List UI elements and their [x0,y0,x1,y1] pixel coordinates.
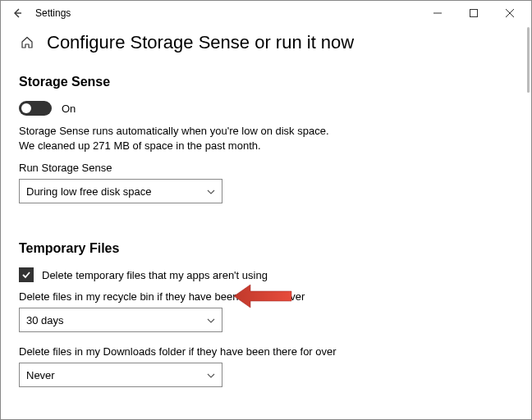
svg-rect-1 [470,10,478,17]
toggle-state-label: On [62,103,76,115]
delete-temp-files-row: Delete temporary files that my apps aren… [19,267,513,282]
storage-sense-heading: Storage Sense [19,75,513,89]
page-header: Configure Storage Sense or run it now [1,25,531,68]
maximize-icon [470,9,478,17]
home-icon [20,35,34,50]
content-area: Storage Sense On Storage Sense runs auto… [1,68,531,419]
minimize-icon [433,9,442,17]
delete-temp-files-checkbox[interactable] [19,267,34,282]
run-storage-sense-label: Run Storage Sense [19,162,513,174]
storage-sense-toggle[interactable] [19,101,52,116]
chevron-down-icon [207,315,215,325]
chevron-down-icon [207,370,215,380]
storage-sense-description: Storage Sense runs automatically when yo… [19,124,331,153]
temporary-files-heading: Temporary Files [19,241,513,256]
storage-sense-toggle-row: On [19,101,513,116]
dropdown-value: Never [26,369,55,381]
dropdown-value: During low free disk space [26,185,151,198]
maximize-button[interactable] [456,1,492,25]
scrollbar[interactable] [527,27,530,93]
window-buttons [420,1,528,25]
close-icon [506,9,514,17]
chevron-down-icon [207,186,215,196]
minimize-button[interactable] [420,1,456,25]
dropdown-value: 30 days [26,314,64,326]
home-button[interactable] [19,34,35,51]
recycle-bin-label: Delete files in my recycle bin if they h… [19,290,513,303]
run-storage-sense-dropdown[interactable]: During low free disk space [19,179,222,203]
delete-temp-files-label: Delete temporary files that my apps aren… [42,269,268,281]
toggle-knob [21,103,31,113]
title-bar: Settings [1,1,531,25]
back-button[interactable] [4,1,30,25]
app-title: Settings [35,7,71,19]
downloads-dropdown[interactable]: Never [19,363,222,387]
back-arrow-icon [11,7,23,19]
page-title: Configure Storage Sense or run it now [47,32,354,53]
check-icon [21,270,31,280]
close-button[interactable] [492,1,528,25]
downloads-label: Delete files in my Downloads folder if t… [19,345,513,358]
recycle-bin-dropdown[interactable]: 30 days [19,308,222,332]
